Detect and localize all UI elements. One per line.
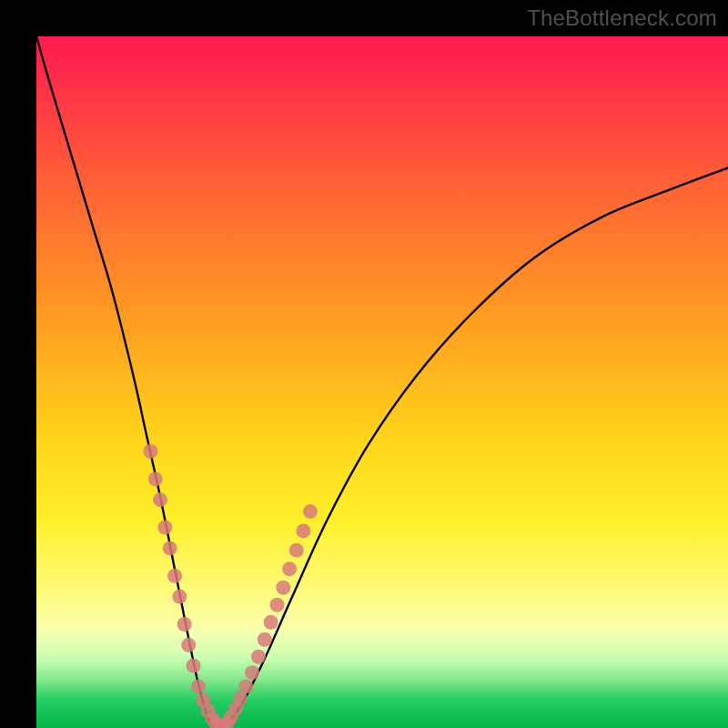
marker-dot (289, 543, 304, 558)
marker-dot (181, 638, 196, 652)
marker-dot (282, 561, 297, 576)
marker-dot (258, 632, 272, 647)
marker-dot (251, 650, 266, 664)
marker-dot (157, 521, 172, 535)
sample-points (143, 444, 318, 728)
marker-dot (153, 492, 167, 507)
marker-dot (269, 598, 284, 612)
curve-svg (36, 36, 728, 728)
marker-dot (238, 679, 253, 693)
marker-dot (163, 541, 177, 555)
marker-dot (264, 615, 278, 630)
marker-dot (303, 504, 318, 519)
marker-dot (177, 617, 192, 632)
plot-area (36, 36, 728, 728)
marker-dot (187, 659, 201, 673)
bottleneck-curve (36, 36, 728, 728)
marker-dot (172, 590, 187, 604)
marker-dot (148, 471, 163, 486)
marker-dot (245, 665, 259, 680)
marker-dot (191, 679, 206, 693)
marker-dot (296, 523, 310, 538)
chart-frame: TheBottleneck.com (0, 0, 728, 728)
watermark-text: TheBottleneck.com (527, 5, 717, 31)
marker-dot (276, 581, 290, 595)
marker-dot (167, 569, 182, 583)
marker-dot (143, 444, 157, 459)
